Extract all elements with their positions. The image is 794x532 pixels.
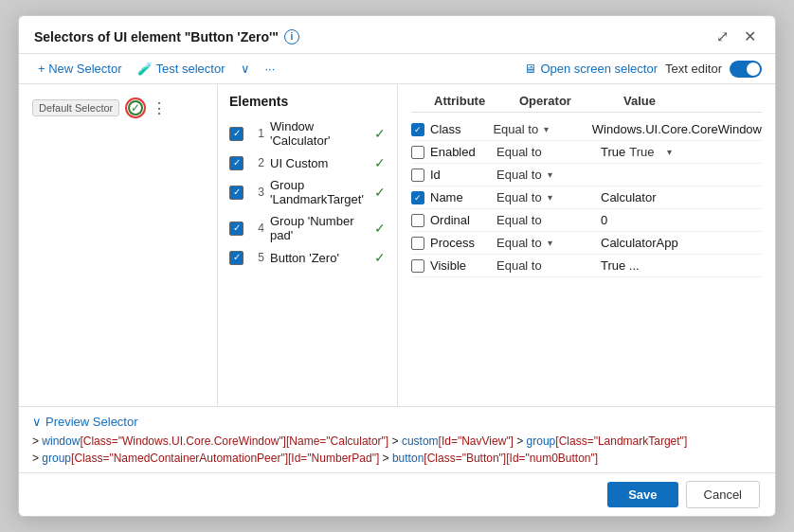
list-item: Enabled Equal to True TrueFalse ▾ (411, 141, 762, 164)
elements-title: Elements (229, 94, 386, 109)
toolbar: + New Selector 🧪 Test selector ∨ ··· 🖥 O… (19, 54, 775, 84)
toolbar-right: 🖥 Open screen selector Text editor (524, 61, 762, 78)
attr-val-process: CalculatorApp (601, 236, 762, 250)
test-dropdown-button[interactable]: ∨ (235, 60, 256, 78)
table-row: ✓ 4 Group 'Number pad' ✓ (229, 211, 386, 245)
table-row: ✓ 1 Window 'Calculator' ✓ (229, 116, 386, 151)
default-badge: Default Selector (32, 99, 119, 116)
attr-col-value: Value (623, 94, 762, 108)
attr-name-id: Id (430, 168, 496, 182)
dialog-header: Selectors of UI element "Button 'Zero'" … (19, 16, 775, 54)
right-section: Elements ✓ 1 Window 'Calculator' ✓ ✓ 2 U… (218, 84, 775, 406)
attr-op-id: Equal to ▾ (496, 168, 601, 182)
attr-name-process: Process (430, 236, 496, 250)
check-circle-border: ✓ (125, 98, 146, 118)
main-content: Default Selector ✓ ⋮ Elements ✓ 1 Window… (19, 84, 775, 406)
more-icon[interactable]: ⋮ (152, 99, 167, 117)
attr-name-name: Name (430, 190, 496, 204)
table-row: ✓ 2 UI Custom ✓ (229, 152, 386, 173)
attr-op-select-process[interactable]: Equal to (496, 236, 555, 250)
screen-icon: 🖥 (524, 62, 536, 76)
chevron-down-icon: ▾ (544, 124, 549, 134)
attr-op-select-id[interactable]: Equal to (496, 168, 555, 182)
attr-checkbox-id[interactable] (411, 168, 424, 182)
open-screen-selector-button[interactable]: 🖥 Open screen selector (524, 62, 658, 76)
attr-checkbox-ordinal[interactable] (411, 214, 424, 227)
attr-checkbox-name[interactable] (411, 191, 424, 204)
selectors-dialog: Selectors of UI element "Button 'Zero'" … (18, 15, 776, 517)
table-row: ✓ 3 Group 'LandmarkTarget' ✓ (229, 175, 386, 209)
attr-checkbox-visible[interactable] (411, 259, 424, 273)
attr-op-class: Equal to ▾ (493, 122, 591, 136)
element-checkbox-2[interactable]: ✓ (229, 156, 244, 170)
elements-column: Elements ✓ 1 Window 'Calculator' ✓ ✓ 2 U… (218, 84, 398, 406)
attr-op-ordinal: Equal to (496, 213, 601, 227)
attr-checkbox-class[interactable] (411, 123, 424, 136)
attr-col-operator: Operator (519, 94, 623, 108)
open-screen-label: Open screen selector (540, 62, 658, 76)
preview-selector-title[interactable]: ∨ Preview Selector (32, 415, 762, 429)
attr-val-class: Windows.UI.Core.CoreWindow (592, 122, 762, 136)
list-item: Name Equal to ▾ Calculator (411, 186, 762, 209)
attr-val-visible: True ... (601, 258, 762, 273)
new-selector-label: + New Selector (38, 62, 122, 76)
element-checkbox-3[interactable]: ✓ (229, 186, 244, 200)
element-list: ✓ 1 Window 'Calculator' ✓ ✓ 2 UI Custom … (229, 116, 386, 268)
attributes-column: Attribute Operator Value Class Equal to … (398, 84, 775, 406)
cancel-button[interactable]: Cancel (686, 481, 760, 508)
attr-name-class: Class (430, 122, 493, 136)
check-icon: ✓ (128, 100, 143, 115)
toggle-knob (747, 62, 760, 76)
attr-op-enabled: Equal to (496, 145, 601, 159)
preview-line-2: > group[Class="NamedContainerAutomationP… (32, 450, 762, 467)
list-item: Visible Equal to True ... (411, 255, 762, 277)
dialog-title: Selectors of UI element "Button 'Zero'" … (34, 29, 299, 44)
attr-op-select-class[interactable]: Equal to (493, 122, 551, 136)
list-item: Class Equal to ▾ Windows.UI.Core.CoreWin… (411, 118, 762, 141)
table-row: ✓ 5 Button 'Zero' ✓ (229, 247, 386, 268)
selector-row: Default Selector ✓ ⋮ (27, 94, 209, 122)
chevron-down-icon: ∨ (32, 415, 42, 429)
attr-checkbox-enabled[interactable] (411, 146, 424, 159)
attr-op-visible: Equal to (496, 258, 601, 273)
preview-section: ∨ Preview Selector > window[Class="Windo… (19, 406, 775, 472)
dialog-footer: Save Cancel (19, 472, 775, 516)
info-icon[interactable]: i (284, 29, 299, 44)
attr-op-select-name[interactable]: Equal to (496, 190, 555, 204)
preview-selector-text: > window[Class="Windows.UI.Core.CoreWind… (32, 433, 762, 467)
new-selector-button[interactable]: + New Selector (32, 60, 128, 78)
header-right: ⤢ ✕ (713, 26, 760, 47)
text-editor-toggle[interactable] (730, 61, 762, 78)
dialog-title-text: Selectors of UI element "Button 'Zero'" (34, 29, 279, 44)
preview-line-1: > window[Class="Windows.UI.Core.CoreWind… (32, 433, 762, 450)
attr-val-name: Calculator (601, 190, 762, 204)
element-checkbox-5[interactable]: ✓ (229, 251, 244, 265)
list-item: Process Equal to ▾ CalculatorApp (411, 232, 762, 255)
attr-name-ordinal: Ordinal (430, 213, 496, 227)
attr-col-attribute: Attribute (434, 94, 519, 108)
list-item: Ordinal Equal to 0 (411, 209, 762, 232)
test-selector-label: Test selector (156, 62, 226, 76)
element-checkbox-1[interactable]: ✓ (229, 127, 244, 141)
test-selector-button[interactable]: 🧪 Test selector (132, 60, 231, 78)
chevron-down-icon: ▾ (548, 192, 552, 203)
list-item: Id Equal to ▾ (411, 164, 762, 186)
attr-val-enabled: True TrueFalse ▾ (601, 145, 762, 159)
flask-icon: 🧪 (137, 62, 153, 76)
attr-op-name: Equal to ▾ (496, 190, 601, 204)
save-button[interactable]: Save (607, 482, 677, 507)
close-button[interactable]: ✕ (740, 26, 760, 47)
element-checkbox-4[interactable]: ✓ (229, 222, 244, 236)
chevron-down-icon: ▾ (667, 147, 672, 157)
more-options-button[interactable]: ··· (260, 60, 281, 78)
attr-name-enabled: Enabled (430, 145, 496, 159)
attr-val-ordinal: 0 (601, 213, 762, 227)
chevron-down-icon: ▾ (548, 169, 552, 180)
attr-name-visible: Visible (430, 258, 496, 273)
left-panel: Default Selector ✓ ⋮ (19, 84, 218, 406)
text-editor-label: Text editor (665, 62, 722, 76)
attr-checkbox-process[interactable] (411, 237, 424, 250)
minimize-button[interactable]: ⤢ (713, 26, 732, 47)
attributes-header: Attribute Operator Value (411, 94, 762, 113)
attr-op-process: Equal to ▾ (496, 236, 601, 250)
